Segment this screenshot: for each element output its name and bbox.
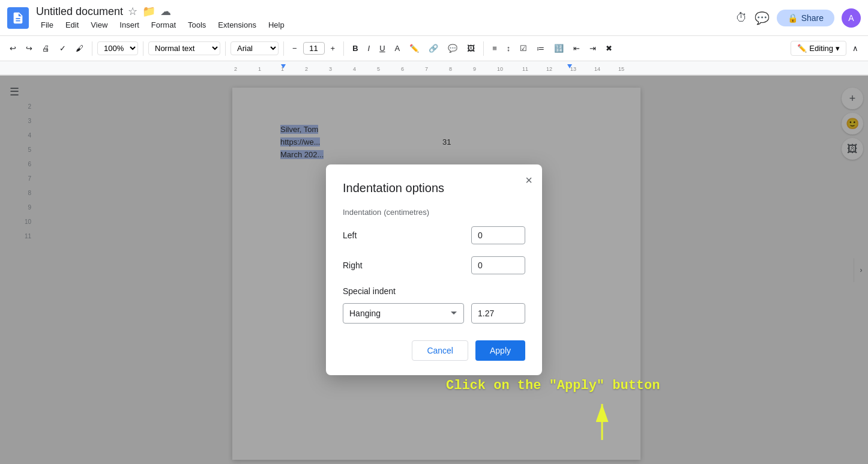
highlight-button[interactable]: ✏️ [406,41,423,55]
section-unit-text: (centimetres) [384,208,429,217]
svg-text:8: 8 [449,66,452,72]
right-indent-input[interactable] [471,256,525,274]
menu-view[interactable]: View [86,19,112,31]
svg-text:2: 2 [305,66,308,72]
share-button[interactable]: 🔒 Share [777,10,834,26]
svg-text:11: 11 [522,66,528,72]
svg-text:4: 4 [353,66,356,72]
star-icon[interactable]: ☆ [128,5,137,18]
indentation-dialog: × Indentation options Indentation (centi… [326,164,542,375]
toolbar-sep-6 [483,41,484,56]
chevron-down-icon: ▾ [836,44,840,53]
text-color-button[interactable]: A [391,41,404,55]
toolbar-sep-3 [225,41,226,56]
decrease-font-button[interactable]: − [289,41,301,55]
modal-overlay: × Indentation options Indentation (centi… [0,76,868,464]
doc-title[interactable]: Untitled document [36,5,123,18]
cancel-button[interactable]: Cancel [412,340,468,361]
section-label-text: Indentation [343,208,381,217]
comment-button[interactable]: 💬 [444,41,461,55]
avatar[interactable]: A [842,8,861,28]
undo-button[interactable]: ↩ [6,41,20,55]
docs-logo [7,7,29,29]
right-indent-row: Right [343,256,525,274]
decrease-indent-button[interactable]: ⇤ [570,41,583,55]
pencil-icon: ✏️ [797,44,807,53]
font-select[interactable]: Arial Times New Roman [231,41,279,55]
left-indent-row: Left [343,226,525,244]
svg-text:6: 6 [401,66,404,72]
history-icon[interactable]: ⏱ [735,11,747,25]
menu-insert[interactable]: Insert [115,19,144,31]
font-size-input[interactable] [303,42,325,55]
collapse-toolbar-button[interactable]: ∧ [849,41,862,55]
menu-file[interactable]: File [36,19,58,31]
svg-text:7: 7 [425,66,428,72]
top-right: ⏱ 💬 🔒 Share A [735,8,861,28]
cloud-icon[interactable]: ☁ [160,5,171,18]
modal-title: Indentation options [343,181,525,195]
menu-extensions[interactable]: Extensions [213,19,261,31]
menu-tools[interactable]: Tools [183,19,211,31]
bold-button[interactable]: B [349,41,361,55]
svg-text:5: 5 [377,66,380,72]
align-button[interactable]: ≡ [489,41,501,55]
toolbar-sep-2 [143,41,143,56]
bullets-button[interactable]: ≔ [533,41,548,55]
toolbar-sep-5 [343,41,344,56]
svg-text:14: 14 [594,66,600,72]
svg-text:12: 12 [546,66,552,72]
svg-text:2: 2 [234,66,237,72]
zoom-select[interactable]: 100% 75% 125% 150% [97,41,138,55]
print-button[interactable]: 🖨 [38,41,53,55]
menu-help[interactable]: Help [264,19,289,31]
menu-bar: File Edit View Insert Format Tools Exten… [36,19,735,31]
doc-title-area: Untitled document ☆ 📁 ☁ File Edit View I… [36,5,735,31]
left-indent-input[interactable] [471,226,525,244]
special-indent-row: None First line Hanging [343,303,525,324]
style-select[interactable]: Normal text Heading 1 Heading 2 [148,41,220,55]
svg-text:15: 15 [618,66,624,72]
svg-text:9: 9 [473,66,476,72]
redo-button[interactable]: ↪ [22,41,36,55]
left-label: Left [343,230,357,240]
spellcheck-button[interactable]: ✓ [56,41,70,55]
comment-icon[interactable]: 💬 [755,11,770,25]
menu-format[interactable]: Format [146,19,181,31]
apply-button[interactable]: Apply [475,340,525,361]
svg-text:1: 1 [258,66,261,72]
right-label: Right [343,261,363,270]
lock-icon: 🔒 [788,13,798,23]
folder-icon[interactable]: 📁 [142,5,155,18]
link-button[interactable]: 🔗 [425,41,442,55]
share-label: Share [801,13,824,23]
close-button[interactable]: × [525,174,532,186]
toolbar: ↩ ↪ 🖨 ✓ 🖌 100% 75% 125% 150% Normal text… [0,36,868,61]
ruler: 2 1 1 2 3 4 5 6 7 8 9 10 11 12 13 14 15 [0,61,868,76]
editing-label: Editing [809,44,833,53]
numbering-button[interactable]: 🔢 [550,41,567,55]
increase-indent-button[interactable]: ⇥ [586,41,600,55]
main-area: ☰ 2 3 4 5 6 7 8 9 10 11 Silver, Tom http… [0,76,868,464]
toolbar-sep-4 [283,41,284,56]
underline-button[interactable]: U [376,41,388,55]
checklist-button[interactable]: ☑ [516,41,531,55]
paint-format-button[interactable]: 🖌 [72,41,87,55]
increase-font-button[interactable]: + [327,41,339,55]
svg-text:13: 13 [570,66,576,72]
section-label: Indentation (centimetres) [343,207,525,217]
svg-text:10: 10 [497,66,503,72]
top-bar: Untitled document ☆ 📁 ☁ File Edit View I… [0,0,868,36]
doc-title-icons: ☆ 📁 ☁ [128,5,171,18]
modal-footer: Cancel Apply [343,340,525,361]
line-spacing-button[interactable]: ↕ [503,41,514,55]
menu-edit[interactable]: Edit [61,19,83,31]
image-button[interactable]: 🖼 [463,41,478,55]
toolbar-sep-1 [92,41,92,56]
special-indent-value-input[interactable] [471,303,525,324]
editing-mode-button[interactable]: ✏️ Editing ▾ [791,41,846,56]
svg-text:3: 3 [329,66,332,72]
special-indent-select[interactable]: None First line Hanging [343,303,464,324]
clear-format-button[interactable]: ✖ [602,41,616,55]
italic-button[interactable]: I [364,41,374,55]
